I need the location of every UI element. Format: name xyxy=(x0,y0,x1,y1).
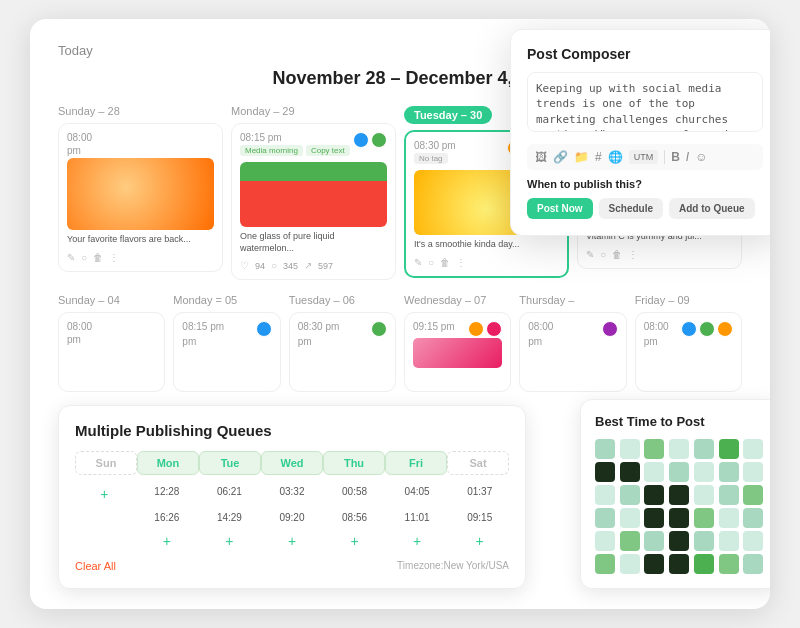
time-sun28: 08:00 xyxy=(67,132,214,143)
comment-icon-tue30[interactable]: ○ xyxy=(428,257,434,268)
add-fri[interactable]: + xyxy=(388,530,447,552)
time-sun-2 xyxy=(75,509,134,526)
queue-day-sun[interactable]: Sun xyxy=(75,451,137,475)
day-label-fri09: Friday – 09 xyxy=(635,294,742,306)
best-time-panel: Best Time to Post xyxy=(580,399,770,589)
post-image-wed07 xyxy=(413,338,502,368)
queue-day-wed[interactable]: Wed xyxy=(261,451,323,475)
day-label-mon05: Monday = 05 xyxy=(173,294,280,306)
queue-days-row: Sun Mon Tue Wed Thu Fri Sat xyxy=(75,451,509,475)
heart-icon-mon29[interactable]: ♡ xyxy=(240,260,249,271)
hash-icon[interactable]: # xyxy=(595,150,602,164)
day-label-wed07: Wednesday – 07 xyxy=(404,294,511,306)
actions-sun28: ✎ ○ 🗑 ⋮ xyxy=(67,252,214,263)
heatmap-cell-1-1 xyxy=(620,462,640,482)
add-wed[interactable]: + xyxy=(263,530,322,552)
schedule-button[interactable]: Schedule xyxy=(599,198,663,219)
day-label-sun04: Sunday – 04 xyxy=(58,294,165,306)
composer-textarea[interactable]: Keeping up with social media trends is o… xyxy=(527,72,763,132)
heatmap-cell-4-1 xyxy=(620,531,640,551)
emoji-icon[interactable]: ☺ xyxy=(695,150,707,164)
comment-icon-wed01[interactable]: ○ xyxy=(600,249,606,260)
composer-title: Post Composer xyxy=(527,46,763,62)
add-to-queue-button[interactable]: Add to Queue xyxy=(669,198,755,219)
italic-icon[interactable]: I xyxy=(686,150,689,164)
heatmap-cell-1-3 xyxy=(669,462,689,482)
clear-all-button[interactable]: Clear All xyxy=(75,560,116,572)
delete-icon-sun28[interactable]: 🗑 xyxy=(93,252,103,263)
heatmap-grid xyxy=(595,439,765,574)
avatar-row-mon05 xyxy=(256,321,272,337)
add-mon[interactable]: + xyxy=(138,530,197,552)
comment-icon-sun28[interactable]: ○ xyxy=(81,252,87,263)
actions-mon29: ♡ 94 ○ 345 ↗ 597 xyxy=(240,260,387,271)
heatmap-cell-3-3 xyxy=(669,508,689,528)
main-card: Today November 28 – December 4, 2 Sunday… xyxy=(30,19,770,609)
queue-day-sat[interactable]: Sat xyxy=(447,451,509,475)
globe-icon[interactable]: 🌐 xyxy=(608,150,623,164)
edit-icon-wed01[interactable]: ✎ xyxy=(586,249,594,260)
edit-icon-sun28[interactable]: ✎ xyxy=(67,252,75,263)
time-mon-2: 16:26 xyxy=(138,509,197,526)
queue-day-thu[interactable]: Thu xyxy=(323,451,385,475)
timezone-label: Timezone:New York/USA xyxy=(397,560,509,572)
time-tue-1: 06:21 xyxy=(200,483,259,505)
day-card-sun04: 08:00 pm xyxy=(58,312,165,392)
avatar-row-mon29 xyxy=(353,132,387,148)
post-text-mon29: One glass of pure liquid watermelon... xyxy=(240,231,387,254)
add-sun[interactable]: + xyxy=(75,483,134,505)
heatmap-cell-4-5 xyxy=(719,531,739,551)
pm-fri09: pm xyxy=(644,336,733,347)
day-card-fri09: 08:00 pm xyxy=(635,312,742,392)
heatmap-cell-5-3 xyxy=(669,554,689,574)
day-wednesday-07: Wednesday – 07 09:15 pm xyxy=(404,294,511,392)
day-thursday-08: Thursday – 08:00 pm xyxy=(519,294,626,392)
more-icon-wed01[interactable]: ⋮ xyxy=(628,249,638,260)
day-label-tue30: Tuesday – 30 xyxy=(404,106,492,124)
queue-day-tue[interactable]: Tue xyxy=(199,451,261,475)
heatmap-cell-5-5 xyxy=(719,554,739,574)
more-icon-sun28[interactable]: ⋮ xyxy=(109,252,119,263)
day-monday-05: Monday = 05 08:15 pm pm xyxy=(173,294,280,392)
heatmap-cell-5-2 xyxy=(644,554,664,574)
day-card-thu08: 08:00 pm xyxy=(519,312,626,392)
add-tue[interactable]: + xyxy=(200,530,259,552)
avatar-row-fri09 xyxy=(681,321,733,337)
queue-day-mon[interactable]: Mon xyxy=(137,451,199,475)
pm-thu08: pm xyxy=(528,336,617,347)
comment-icon-mon29[interactable]: ○ xyxy=(271,260,277,271)
utm-tag[interactable]: UTM xyxy=(629,150,659,164)
time-fri-1: 04:05 xyxy=(388,483,447,505)
more-icon-tue30[interactable]: ⋮ xyxy=(456,257,466,268)
share-icon-mon29[interactable]: ↗ xyxy=(304,260,312,271)
actions-tue30: ✎ ○ 🗑 ⋮ xyxy=(414,257,559,268)
heatmap-cell-1-2 xyxy=(644,462,664,482)
day-label-sun28: Sunday – 28 xyxy=(58,105,223,117)
day-card-mon29: 08:15 pm Media morning Copy text One gla… xyxy=(231,123,396,280)
edit-icon-tue30[interactable]: ✎ xyxy=(414,257,422,268)
avatar-tue06-1 xyxy=(371,321,387,337)
heatmap-cell-2-2 xyxy=(644,485,664,505)
delete-icon-wed01[interactable]: 🗑 xyxy=(612,249,622,260)
bold-icon[interactable]: B xyxy=(671,150,680,164)
post-now-button[interactable]: Post Now xyxy=(527,198,593,219)
heatmap-cell-1-5 xyxy=(719,462,739,482)
heatmap-cell-5-6 xyxy=(743,554,763,574)
day-card-sun28: 08:00 pm Your favorite flavors are back.… xyxy=(58,123,223,272)
link-icon[interactable]: 🔗 xyxy=(553,150,568,164)
delete-icon-tue30[interactable]: 🗑 xyxy=(440,257,450,268)
image-icon[interactable]: 🖼 xyxy=(535,150,547,164)
week2-row: Sunday – 04 08:00 pm Monday = 05 08:15 p… xyxy=(58,294,742,392)
time-thu-2: 08:56 xyxy=(325,509,384,526)
pm-mon05: pm xyxy=(182,336,271,347)
add-thu[interactable]: + xyxy=(325,530,384,552)
pm-sun04: pm xyxy=(67,334,156,345)
avatar-fri09-2 xyxy=(699,321,715,337)
heatmap-cell-4-3 xyxy=(669,531,689,551)
add-sat[interactable]: + xyxy=(450,530,509,552)
heatmap-cell-3-4 xyxy=(694,508,714,528)
heatmap-cell-3-2 xyxy=(644,508,664,528)
queue-day-fri[interactable]: Fri xyxy=(385,451,447,475)
heatmap-cell-5-0 xyxy=(595,554,615,574)
folder-icon[interactable]: 📁 xyxy=(574,150,589,164)
